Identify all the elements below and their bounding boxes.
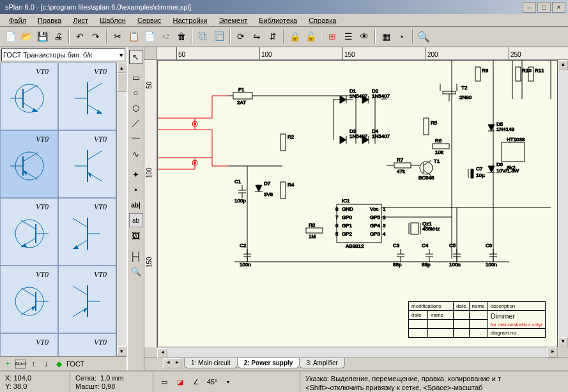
tab-next[interactable]: ▸: [173, 358, 181, 368]
close-button[interactable]: ×: [552, 2, 565, 13]
open-button[interactable]: 📂: [19, 29, 34, 44]
svg-text:88p: 88p: [393, 262, 402, 268]
chevron-down-icon: ▾: [119, 51, 123, 59]
curve-tool[interactable]: 〰: [129, 132, 143, 146]
text-tool[interactable]: ab|: [129, 198, 143, 212]
zoom-button[interactable]: 🔍: [416, 29, 431, 44]
sb-angle-icon[interactable]: ∠: [189, 375, 203, 389]
lib-book-icon[interactable]: ◆: [54, 359, 64, 369]
grid-dd-button[interactable]: ▾: [394, 29, 410, 44]
lib-cell[interactable]: VT0: [0, 266, 58, 333]
redo-button[interactable]: ↷: [88, 29, 104, 44]
lib-add-icon[interactable]: ＋: [3, 359, 13, 369]
mirror-h-button[interactable]: ⇋: [249, 29, 265, 44]
lib-abcd-icon[interactable]: Abcd: [15, 359, 26, 369]
menu-help[interactable]: Справка: [303, 15, 341, 26]
canvas-scroll-h[interactable]: ◂▸: [157, 347, 558, 358]
delete-button[interactable]: 🗑: [174, 29, 189, 44]
rotate-button[interactable]: ⟳: [233, 29, 249, 44]
lib-cell[interactable]: VT0: [0, 63, 58, 130]
list-button[interactable]: ☰: [341, 29, 356, 44]
group-button[interactable]: ⿻: [196, 29, 211, 44]
canvas-scroll-v[interactable]: ▴ ▾: [558, 60, 568, 347]
svg-marker-64: [340, 136, 346, 144]
svg-rect-119: [280, 182, 286, 199]
menu-template[interactable]: Шаблон: [95, 15, 131, 26]
lib-cell[interactable]: VT0: [58, 198, 116, 266]
lib-cell[interactable]: VT0: [58, 266, 116, 333]
menu-settings[interactable]: Настройки: [168, 15, 213, 26]
menu-sheet[interactable]: Лист: [68, 15, 93, 26]
snap-button[interactable]: ⊞: [325, 29, 340, 44]
mirror-v-button[interactable]: ⇵: [265, 29, 280, 44]
copy-button[interactable]: 📋: [126, 29, 141, 44]
status-hint: Указка: Выделение, перемещение, правка, …: [300, 372, 568, 392]
save-button[interactable]: 💾: [35, 29, 50, 44]
svg-text:88p: 88p: [422, 262, 431, 268]
dup-button[interactable]: ×2: [158, 29, 173, 44]
lock-button[interactable]: 🔒: [287, 29, 302, 44]
minimize-button[interactable]: –: [523, 2, 536, 13]
grid-button[interactable]: ▦: [378, 29, 394, 44]
textbox-tool[interactable]: ab: [129, 213, 143, 227]
new-button[interactable]: 📄: [3, 29, 18, 44]
maximize-button[interactable]: □: [537, 2, 551, 13]
lib-down-icon[interactable]: ↓: [41, 359, 51, 369]
image-tool[interactable]: 🖼: [129, 229, 143, 243]
lib-cell-selected[interactable]: VT0: [0, 130, 58, 198]
svg-text:R11: R11: [535, 68, 544, 73]
unlock-button[interactable]: 🔓: [303, 29, 318, 44]
lib-cell[interactable]: VT0: [0, 333, 58, 356]
svg-rect-91: [394, 163, 411, 168]
svg-text:HT1038: HT1038: [507, 137, 525, 142]
rect-tool[interactable]: ▭: [129, 70, 143, 84]
lib-cell[interactable]: VT0: [58, 333, 116, 356]
cut-button[interactable]: ✂: [110, 29, 125, 44]
svg-text:R9: R9: [482, 68, 489, 73]
print-button[interactable]: 🖨: [50, 29, 66, 44]
drawing-canvas[interactable]: F1 2AT D11N5407 D21N5407 D31N5407: [157, 60, 558, 347]
lib-cell[interactable]: VT0: [0, 198, 58, 266]
menu-service[interactable]: Сервис: [132, 15, 167, 26]
library-select[interactable]: ГОСТ Транзисторы бип. б/к▾: [1, 49, 125, 61]
ungroup-button[interactable]: ⿸: [211, 29, 227, 44]
bezier-tool[interactable]: ∿: [129, 147, 143, 161]
library-scrollbar[interactable]: ▴ ▾: [116, 63, 127, 356]
tab-prev[interactable]: ◂: [164, 358, 173, 368]
svg-marker-113: [256, 185, 262, 192]
svg-marker-54: [340, 96, 346, 103]
sb-flag-icon[interactable]: ◪: [173, 375, 187, 389]
poly-tool[interactable]: ⬡: [129, 101, 143, 115]
undo-button[interactable]: ↶: [72, 29, 88, 44]
paste-button[interactable]: 📄: [142, 29, 157, 44]
node-tool[interactable]: ✦: [129, 167, 143, 181]
sb-angle-val[interactable]: 45°: [205, 375, 219, 389]
menu-file[interactable]: Файл: [4, 15, 31, 26]
lib-cell[interactable]: VT0: [58, 130, 116, 198]
svg-rect-191: [516, 67, 521, 81]
menu-edit[interactable]: Правка: [33, 15, 66, 26]
tab-amplifier[interactable]: 3: Amplifier: [299, 358, 344, 368]
lib-up-icon[interactable]: ↑: [28, 359, 38, 369]
sb-dd-icon[interactable]: ▾: [221, 375, 235, 389]
sb-rect-icon[interactable]: ▭: [157, 375, 171, 389]
svg-text:R5: R5: [431, 120, 438, 126]
lib-cell[interactable]: VT0: [58, 63, 116, 130]
tab-power-supply[interactable]: 2: Power supply: [237, 358, 300, 368]
junction-tool[interactable]: •: [129, 183, 143, 197]
line-tool[interactable]: ／: [129, 116, 143, 130]
menu-element[interactable]: Элемент: [213, 15, 252, 26]
circle-tool[interactable]: ○: [129, 86, 143, 100]
svg-text:F1: F1: [238, 87, 245, 93]
zoom-tool[interactable]: 🔍: [129, 264, 143, 278]
title-block: modificationsdatenamedescription datenam…: [408, 301, 546, 338]
svg-line-7: [88, 83, 102, 92]
pointer-tool[interactable]: ↖: [129, 50, 143, 64]
menu-library[interactable]: Библиотека: [254, 15, 302, 26]
svg-text:C3: C3: [393, 243, 400, 248]
ruler-horizontal: 50 100 150 200 250: [144, 47, 568, 60]
tab-main-circuit[interactable]: 1: Main circuit: [184, 358, 238, 368]
find-button[interactable]: 👁: [357, 29, 372, 44]
title-bar: sPlan 6.0 - [c:\program files\splan 6.0\…: [0, 0, 568, 14]
measure-tool[interactable]: ├┤: [129, 249, 143, 263]
